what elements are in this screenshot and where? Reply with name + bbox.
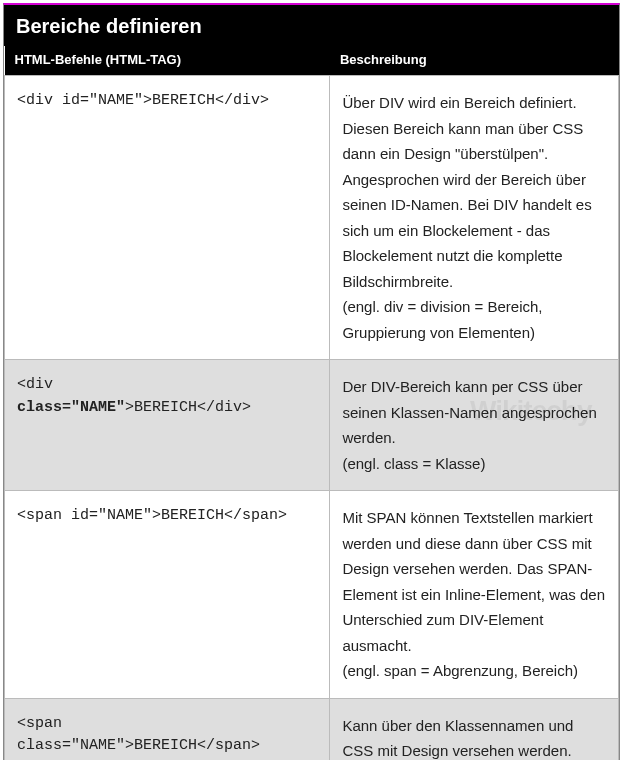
desc-cell: Mit SPAN können Textstellen markiert wer…: [330, 491, 619, 699]
code-cell: <span id="NAME">BEREICH</span>: [5, 491, 330, 699]
desc-cell: Der DIV-Bereich kann per CSS über seinen…: [330, 360, 619, 491]
desc-cell: Kann über den Klassennamen und CSS mit D…: [330, 698, 619, 760]
panel-title: Bereiche definieren: [4, 5, 619, 46]
code-segment: <span: [17, 715, 62, 732]
table-row: <span id="NAME">BEREICH</span>Mit SPAN k…: [5, 491, 619, 699]
desc-cell: Über DIV wird ein Bereich definiert. Die…: [330, 76, 619, 360]
code-segment: <span id="NAME">BEREICH</span>: [17, 507, 287, 524]
column-header-code: HTML-Befehle (HTML-TAG): [5, 46, 330, 76]
table-row: <span class="NAME">BEREICH</span>Kann üb…: [5, 698, 619, 760]
column-header-desc: Beschreibung: [330, 46, 619, 76]
table-row: <div class="NAME">BEREICH</div>Der DIV-B…: [5, 360, 619, 491]
code-cell: <div class="NAME">BEREICH</div>: [5, 360, 330, 491]
code-segment: >BEREICH</div>: [125, 399, 251, 416]
table-row: <div id="NAME">BEREICH</div>Über DIV wir…: [5, 76, 619, 360]
code-segment: class="NAME": [17, 399, 125, 416]
reference-table: HTML-Befehle (HTML-TAG) Beschreibung <di…: [4, 46, 619, 760]
code-cell: <div id="NAME">BEREICH</div>: [5, 76, 330, 360]
reference-table-panel: Bereiche definieren HTML-Befehle (HTML-T…: [3, 3, 620, 760]
code-segment: <div: [17, 376, 53, 393]
code-cell: <span class="NAME">BEREICH</span>: [5, 698, 330, 760]
code-segment: class="NAME">BEREICH</span>: [17, 737, 260, 754]
code-segment: <div id="NAME">BEREICH</div>: [17, 92, 269, 109]
